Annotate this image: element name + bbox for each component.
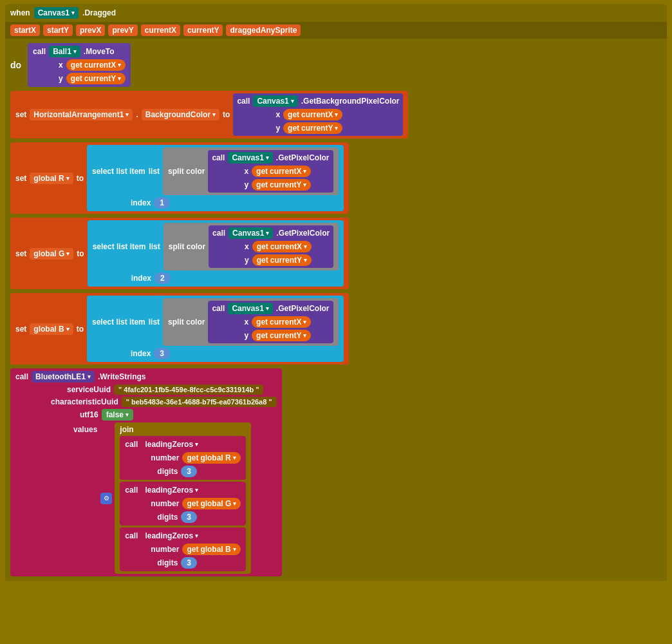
join-header: join — [120, 425, 246, 434]
param-currentX[interactable]: currentX — [141, 24, 180, 36]
select-b-index-row: index 3 — [92, 348, 338, 359]
get-label: get — [71, 61, 82, 70]
leading-zeros-g: call leadingZeros ▾ number — [120, 482, 246, 526]
get-global-r[interactable]: get global R ▾ — [182, 452, 240, 464]
getbgpixel-header: call Canvas1 ▾ .GetBackgroundPixelColor — [237, 95, 399, 107]
select-list-b-header: select list item list split color call — [92, 298, 338, 346]
bt-values-row: values ⚙ join call — [15, 422, 277, 574]
do-label: do — [10, 60, 24, 70]
set-r-block: set global R ▾ to select list item list … — [10, 142, 349, 214]
get-currentY-g[interactable]: get currentY ▾ — [252, 254, 312, 266]
service-label: serviceUuid — [67, 385, 111, 394]
set-bgcolor-block: set HorizontalArrangement1 ▾ . Backgroun… — [10, 91, 408, 138]
leading-r-dropdown[interactable]: leadingZeros ▾ — [141, 439, 202, 450]
row-moveto: do call Ball1 ▾ .MoveTo x get currentX ▾ — [10, 43, 662, 87]
global-b-dropdown[interactable]: global B ▾ — [30, 323, 73, 335]
ball1-label: Ball1 — [53, 47, 71, 56]
row-set-r: set global R ▾ to select list item list … — [10, 142, 662, 214]
get-currentX-b[interactable]: get currentX ▾ — [252, 316, 311, 328]
false-pill[interactable]: false ▾ — [102, 409, 133, 421]
canvas1-dd-g[interactable]: Canvas1 ▾ — [229, 227, 273, 239]
moveto-y-row: y get currentY ▾ — [33, 73, 126, 84]
ha1-dropdown[interactable]: HorizontalArrangement1 ▾ — [30, 109, 133, 120]
to-label-r: to — [77, 174, 84, 183]
canvas1-dd-r[interactable]: Canvas1 ▾ — [228, 152, 272, 164]
split-color-g-header: split color call Canvas1 ▾ — [169, 225, 333, 268]
get-global-g[interactable]: get global G ▾ — [182, 498, 241, 509]
set-label-b: set — [15, 325, 26, 334]
get-currentY-b[interactable]: get currentY ▾ — [252, 330, 311, 341]
select-list-r-header: select list item list split color call — [92, 147, 338, 195]
getbgpixel-method: .GetBackgroundPixelColor — [301, 97, 400, 106]
x-label-2: x — [275, 110, 280, 119]
join-block: join call leadingZeros ▾ — [115, 422, 251, 574]
split-color-g: split color call Canvas1 ▾ — [163, 223, 339, 270]
bgcolor-dropdown[interactable]: BackgroundColor ▾ — [142, 109, 219, 120]
get-currentX-g[interactable]: get currentX ▾ — [252, 241, 312, 252]
call-label-2: call — [237, 97, 250, 106]
select-list-b: select list item list split color call — [87, 296, 343, 362]
x-label-1: x — [59, 61, 63, 70]
row-set-g: set global G ▾ to select list item list … — [10, 218, 662, 289]
param-startX[interactable]: startX — [10, 24, 40, 36]
call-moveto-block: call Ball1 ▾ .MoveTo x get currentX ▾ — [28, 43, 131, 87]
leading-r-header: call leadingZeros ▾ number — [120, 436, 246, 480]
call-getpixel-r: call Canvas1 ▾ .GetPixelColor — [208, 150, 333, 193]
get-currentX-2[interactable]: get currentX ▾ — [283, 109, 342, 120]
select-list-g-header: select list item list split color call — [93, 223, 339, 270]
get-currentX-r[interactable]: get currentX ▾ — [252, 166, 311, 177]
char-uuid-value: " beb5483e-36e1-4688-b7f5-ea07361b26a8 " — [122, 397, 277, 407]
bgcolor-label: BackgroundColor — [145, 110, 210, 119]
leading-g-header: call leadingZeros ▾ number — [120, 482, 246, 526]
leading-b-header: call leadingZeros ▾ number — [120, 527, 246, 571]
set-bgcolor-header: set HorizontalArrangement1 ▾ . Backgroun… — [15, 93, 403, 136]
call-getpixel-b: call Canvas1 ▾ .GetPixelColor — [208, 301, 333, 343]
set-label-r: set — [15, 174, 26, 183]
row-set-bgcolor: set HorizontalArrangement1 ▾ . Backgroun… — [10, 91, 662, 138]
to-label-b: to — [77, 325, 84, 334]
set-label-1: set — [15, 110, 26, 119]
bt-dropdown[interactable]: BluetoothLE1 ▾ — [32, 371, 95, 383]
select-list-r: select list item list split color call — [87, 145, 343, 211]
get-currentX-1[interactable]: get currentX ▾ — [66, 59, 126, 71]
bt-utf16-row: utf16 false ▾ — [15, 409, 277, 421]
to-label-g: to — [77, 249, 84, 258]
get-currentY-r[interactable]: get currentY ▾ — [252, 179, 311, 191]
row-bluetooth: call BluetoothLE1 ▾ .WriteStrings servic… — [10, 368, 662, 576]
canvas1-dd-b[interactable]: Canvas1 ▾ — [228, 303, 272, 314]
row-set-b: set global B ▾ to select list item list … — [10, 293, 662, 365]
digits-b-num: 3 — [181, 557, 197, 569]
getbgpixel-y: y get currentY ▾ — [237, 122, 399, 134]
set-label-g: set — [15, 249, 26, 258]
service-uuid-value: " 4fafc201-1fb5-459e-8fcc-c5c9c331914b " — [114, 384, 263, 395]
get-global-b[interactable]: get global B ▾ — [182, 544, 240, 555]
global-g-dropdown[interactable]: global G ▾ — [30, 248, 73, 260]
ball1-dropdown[interactable]: Ball1 ▾ — [49, 46, 80, 57]
bt-header: call BluetoothLE1 ▾ .WriteStrings — [15, 371, 277, 383]
utf16-label: utf16 — [80, 410, 98, 419]
y-label-1: y — [59, 74, 63, 83]
param-startY[interactable]: startY — [43, 24, 73, 36]
values-container: ⚙ join call — [100, 422, 251, 574]
leading-b-dropdown[interactable]: leadingZeros ▾ — [141, 530, 202, 542]
global-r-dropdown[interactable]: global R ▾ — [30, 173, 73, 184]
get-currentY-2[interactable]: get currentY ▾ — [283, 122, 342, 134]
param-prevX[interactable]: prevX — [76, 24, 105, 36]
split-color-b: split color call Canvas1 ▾ — [163, 298, 338, 346]
canvas1-dd-2[interactable]: Canvas1 ▾ — [253, 95, 297, 107]
leading-g-dropdown[interactable]: leadingZeros ▾ — [141, 484, 202, 496]
ha1-label: HorizontalArrangement1 — [33, 110, 124, 119]
param-draggedAnySprite[interactable]: draggedAnySprite — [226, 24, 301, 36]
list-icon: ⚙ — [100, 493, 112, 504]
select-r-index-row: index 1 — [92, 197, 338, 209]
digits-r-num: 3 — [181, 466, 197, 477]
split-color-b-header: split color call Canvas1 ▾ — [168, 301, 333, 343]
canvas1-dropdown[interactable]: Canvas1 ▾ — [34, 7, 79, 19]
param-currentY[interactable]: currentY — [183, 24, 223, 36]
param-prevY[interactable]: prevY — [108, 24, 137, 36]
index-g-num: 2 — [154, 272, 171, 284]
get-currentY-1[interactable]: get currentY ▾ — [66, 73, 126, 84]
bluetooth-block: call BluetoothLE1 ▾ .WriteStrings servic… — [10, 368, 282, 576]
program-container: when Canvas1 ▾ .Dragged startX startY pr… — [0, 0, 672, 644]
index-b-num: 3 — [154, 348, 170, 359]
